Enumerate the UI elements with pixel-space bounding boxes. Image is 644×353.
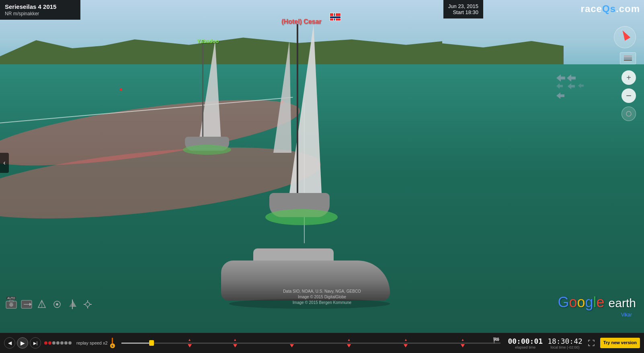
sail-jib-main [273, 40, 291, 153]
timeline-track [121, 343, 501, 344]
timeline-marker-4 [347, 344, 351, 347]
sailboat-yabadoo [181, 40, 233, 153]
timeline-progress [121, 343, 152, 344]
sailboat-cesar [261, 24, 342, 225]
compass-arrow [619, 29, 630, 41]
race-title: Serieseilas 4 2015 [5, 3, 76, 10]
svg-point-13 [56, 303, 58, 306]
control-bar: ◀ ▶ ▶| replay speed x2 S ▲ ▲ ▲ ▲ [0, 333, 644, 353]
time-displays: 00:00:01 elapsed time 18:30:42 local tim… [508, 337, 582, 349]
speed-dot-5[interactable] [60, 341, 64, 345]
elapsed-label: elapsed time [515, 345, 535, 349]
shadow-ellipse-bg [183, 145, 231, 155]
boat-view-button[interactable] [35, 298, 49, 311]
speed-dot-3[interactable] [52, 341, 55, 345]
vikar-label: Vikar [621, 312, 632, 318]
race-date: Jun 23, 2015 [448, 3, 478, 9]
panel-toggle-button[interactable]: ‹ [0, 153, 9, 173]
yacht-body [221, 261, 390, 301]
norwegian-flag [330, 13, 341, 21]
map-layers-button[interactable] [620, 52, 636, 64]
svg-marker-16 [69, 302, 72, 307]
shadow-ellipse-main [265, 209, 338, 225]
speed-dot-1 [44, 341, 47, 345]
sail-main-main [289, 24, 322, 193]
map-layers-icon [624, 55, 632, 61]
main-3d-view: (Hotel) Cesar Yabadoo Serieseilas 4 2015… [0, 0, 644, 333]
mast-bg [202, 40, 203, 145]
track-view-icon [51, 299, 63, 310]
race-info-box: Serieseilas 4 2015 NR m/spinakker [0, 0, 80, 20]
timeline-marker-2 [233, 344, 237, 347]
auto-camera-button[interactable]: AUTO [4, 298, 18, 311]
camera-icon [5, 299, 17, 310]
boat-label-cesar: (Hotel) Cesar [281, 18, 322, 25]
local-time-group: 18:30:42 local time (-02:00) [548, 337, 582, 349]
race-start: Start 18:30 [448, 9, 478, 15]
motor-yacht [221, 236, 402, 309]
settings-button[interactable] [80, 298, 95, 311]
speed-dot-4[interactable] [56, 341, 59, 345]
sail-icon-button[interactable] [65, 298, 80, 311]
speed-label: replay speed x2 [76, 341, 108, 345]
svg-marker-15 [72, 300, 76, 307]
timeline-marker-1 [188, 344, 192, 347]
timeline-start-area: S [111, 337, 114, 349]
wind-arrow [578, 83, 584, 88]
speed-dot-6[interactable] [64, 341, 68, 345]
try-new-version-button[interactable]: Try new version [600, 338, 640, 348]
timeline-boat-icon-4: ▲ [404, 338, 408, 342]
google-earth-logo: Google earth [558, 294, 636, 311]
boat-label-yabadoo: Yabadoo [197, 38, 219, 44]
settings-icon [82, 299, 94, 310]
auto-label: AUTO [6, 297, 16, 300]
wind-arrow [556, 83, 563, 89]
sail-icon [66, 299, 78, 310]
svg-rect-0 [624, 55, 632, 57]
svg-point-5 [9, 303, 13, 307]
tilt-button[interactable] [621, 107, 636, 121]
zoom-in-button[interactable]: + [621, 70, 636, 85]
svg-rect-1 [624, 57, 632, 59]
svg-point-17 [86, 302, 90, 306]
wind-arrows [556, 74, 584, 99]
race-subtitle: NR m/spinakker [5, 11, 76, 16]
speed-dot-2 [48, 341, 51, 345]
fullscreen-button[interactable] [586, 337, 597, 349]
date-info-box: Jun 23, 2015 Start 18:30 [443, 0, 483, 18]
mast-main [297, 24, 298, 201]
speed-dot-7[interactable] [68, 341, 72, 345]
play-button[interactable]: ▶ [17, 337, 28, 349]
speed-control [44, 341, 72, 345]
zoom-out-button[interactable]: − [621, 88, 636, 103]
timeline-boat-icon-2: ▲ [233, 338, 237, 342]
start-circle: S [110, 343, 115, 348]
race-view-button[interactable] [19, 298, 34, 311]
timeline-marker-6 [461, 344, 465, 347]
step-forward-button[interactable]: ▶| [30, 337, 41, 349]
wind-arrow [568, 83, 575, 89]
bottom-toolbar: AUTO [0, 296, 99, 313]
elapsed-time: 00:00:01 [508, 337, 543, 345]
compass[interactable] [614, 26, 636, 48]
timeline-thumb[interactable] [149, 340, 154, 346]
timeline[interactable]: ▲ ▲ ▲ ▲ ▲ 🏁 [121, 337, 501, 349]
local-time: 18:30:42 [548, 337, 582, 345]
flag-marker-secondary [120, 88, 122, 91]
raceqs-logo: raceQs.com [581, 3, 640, 14]
step-back-button[interactable]: ◀ [4, 337, 15, 349]
local-label: local time (-02:00) [550, 345, 579, 349]
playback-controls: ◀ ▶ ▶| [4, 337, 41, 349]
race-view-icon [21, 299, 33, 310]
timeline-boat-icon-3: ▲ [347, 338, 351, 342]
elapsed-time-group: 00:00:01 elapsed time [508, 337, 543, 349]
track-view-button[interactable] [50, 298, 64, 311]
tilt-icon [626, 111, 632, 117]
svg-rect-6 [9, 300, 13, 302]
svg-rect-2 [624, 60, 632, 61]
wind-arrow [556, 92, 564, 99]
svg-point-3 [626, 111, 631, 116]
yacht-shadow [229, 299, 390, 309]
timeline-marker-5 [404, 344, 408, 347]
timeline-boat-icon-1: ▲ [188, 338, 191, 342]
